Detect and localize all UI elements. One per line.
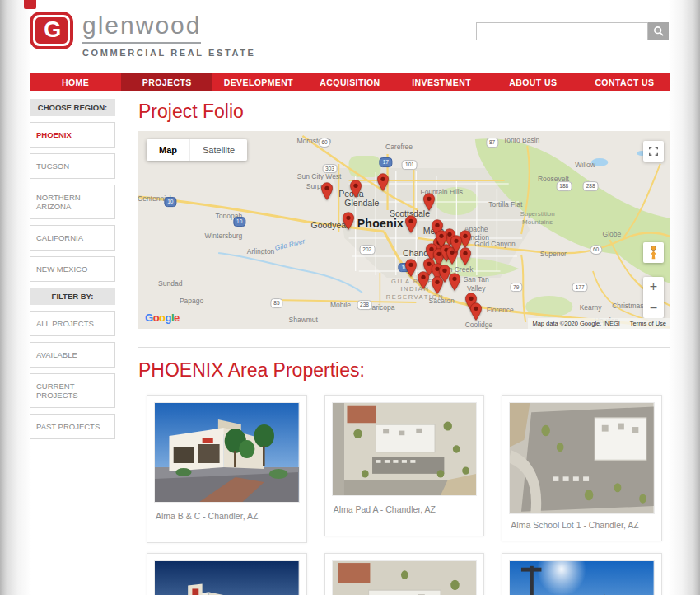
map-marker[interactable] [349, 180, 362, 198]
route-shield: 79 [510, 283, 522, 293]
map-overlays: MorristownCarefreeTonto BasinWillowRoose… [138, 131, 670, 329]
nav-item[interactable]: INVESTMENT [396, 73, 488, 91]
zoom-out-button[interactable]: − [643, 298, 664, 318]
logo-tagline: COMMERCIAL REAL ESTATE [82, 48, 255, 58]
map-label: Gold Canyon [474, 239, 516, 248]
google-logo[interactable]: Google [145, 312, 180, 324]
map-marker[interactable] [469, 302, 482, 321]
filter-by-header: FILTER BY: [30, 288, 115, 305]
property-photo-aerial-school-lot[interactable] [509, 402, 655, 514]
nav-item[interactable]: HOME [30, 73, 121, 91]
glenwood-logo[interactable]: G glenwood COMMERCIAL REAL ESTATE [30, 12, 255, 58]
filter-button[interactable]: PAST PROJECTS [30, 414, 115, 439]
map-marker[interactable] [320, 182, 333, 200]
map-label: Superstition Mountains [520, 210, 554, 227]
route-shield: 85 [270, 298, 282, 308]
property-caption[interactable]: Alma School Lot 1 - Chandler, AZ [509, 514, 655, 534]
property-photo-retail-strip-dusk[interactable] [154, 560, 300, 595]
property-photo-retail-strip-daylight[interactable] [154, 402, 300, 503]
magnifier-icon [653, 26, 665, 37]
map-label: Arlington [247, 247, 275, 256]
map-label: Phoenix [357, 217, 404, 232]
logo-g-mark: G [30, 12, 73, 49]
property-photo-aerial-building[interactable] [332, 560, 478, 595]
map-attribution: Map data ©2020 Google, INEGI Terms of Us… [528, 318, 670, 329]
map-label: Carefree [385, 143, 413, 152]
site-search [476, 22, 669, 40]
filter-button[interactable]: CURRENT PROJECTS [30, 373, 115, 408]
section-divider [138, 347, 670, 348]
region-button[interactable]: NORTHERN ARIZONA [30, 185, 115, 219]
nav-item[interactable]: ABOUT US [488, 73, 579, 91]
property-card[interactable]: Alma Pad A - Chandler, AZ [324, 395, 485, 536]
area-properties-title: PHOENIX Area Properties: [138, 359, 670, 382]
zoom-control: + − [643, 277, 664, 318]
map-marker[interactable] [342, 212, 354, 230]
terms-of-use-link[interactable]: Terms of Use [630, 320, 666, 327]
map-label: Globe [603, 229, 622, 238]
region-button[interactable]: NEW MEXICO [30, 256, 115, 282]
satellite-view-button[interactable]: Satellite [189, 139, 247, 161]
nav-item[interactable]: DEVELOPMENT [212, 73, 304, 91]
map-marker[interactable] [417, 271, 429, 289]
property-caption[interactable]: Alma B & C - Chandler, AZ [154, 503, 300, 536]
page-top-accent [24, 0, 36, 9]
pegman-icon [649, 246, 658, 260]
property-card[interactable]: Alma B & C - Chandler, AZ [147, 395, 307, 543]
map-label: Superior [540, 249, 567, 258]
map-view-button[interactable]: Map [147, 139, 189, 161]
map-label: Kearny [580, 302, 602, 312]
route-shield: 288 [583, 181, 599, 191]
route-shield: 60 [318, 138, 330, 148]
filter-button[interactable]: AVAILABLE [30, 342, 115, 368]
nav-item[interactable]: CONTACT US [579, 73, 670, 91]
glenwood-projects-page: G glenwood COMMERCIAL REAL ESTATE HOMEPR… [0, 0, 700, 595]
zoom-in-button[interactable]: + [643, 277, 664, 298]
pegman-button[interactable] [643, 242, 664, 263]
region-button[interactable]: CALIFORNIA [30, 225, 115, 251]
route-shield: 177 [572, 283, 588, 293]
filter-button[interactable]: ALL PROJECTS [30, 311, 115, 336]
site-header: G glenwood COMMERCIAL REAL ESTATE [0, 0, 700, 64]
nav-item[interactable]: PROJECTS [121, 73, 212, 91]
map-marker[interactable] [405, 215, 418, 233]
route-shield: 10 [164, 197, 176, 207]
route-shield: 101 [402, 160, 418, 170]
google-map[interactable]: MorristownCarefreeTonto BasinWillowRoose… [138, 131, 670, 329]
property-photo-retail-shops-daylight[interactable] [509, 560, 655, 595]
route-shield: 202 [359, 245, 375, 255]
route-shield: 10 [233, 217, 245, 227]
route-shield: 238 [357, 300, 372, 310]
route-shield: 303 [322, 164, 338, 174]
map-data-credit: Map data ©2020 Google, INEGI [532, 320, 619, 327]
map-label: Sundad [158, 279, 182, 288]
fullscreen-button[interactable] [643, 141, 664, 162]
map-label: Shawmut [289, 316, 318, 325]
property-card[interactable] [324, 553, 485, 595]
map-marker[interactable] [405, 259, 418, 277]
search-button[interactable] [648, 22, 669, 40]
map-label: Sacaton [429, 297, 455, 306]
property-card[interactable]: Alma School Lot 1 - Chandler, AZ [502, 395, 662, 541]
map-marker[interactable] [432, 276, 444, 294]
route-shield: 188 [556, 181, 572, 191]
map-label: Tortilla Flat [488, 199, 522, 208]
map-label: Papago [180, 297, 203, 306]
page-title: Project Folio [138, 101, 670, 123]
region-button[interactable]: PHOENIX [30, 122, 115, 148]
region-button[interactable]: TUCSON [30, 153, 115, 179]
property-photo-aerial-pad-building[interactable] [332, 402, 478, 496]
search-input[interactable] [476, 22, 648, 40]
map-label: Glendale [344, 198, 379, 208]
nav-item[interactable]: ACQUISITION [304, 73, 395, 91]
map-marker[interactable] [459, 247, 471, 265]
map-label: Gila River [274, 237, 306, 252]
property-card[interactable] [502, 553, 662, 595]
property-grid: Alma B & C - Chandler, AZ [138, 395, 670, 595]
map-marker[interactable] [449, 273, 461, 291]
property-card[interactable] [147, 553, 307, 595]
map-label: San Tan Valley [464, 275, 489, 293]
map-marker[interactable] [423, 193, 436, 211]
property-caption[interactable]: Alma Pad A - Chandler, AZ [332, 496, 478, 529]
map-marker[interactable] [377, 173, 390, 191]
